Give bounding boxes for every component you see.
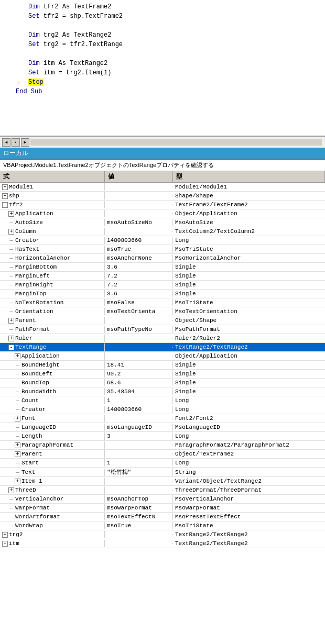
table-row[interactable]: +Item 1 Variant/Object/TextRange2 (0, 477, 325, 486)
table-row[interactable]: —MarginRight 7.2 Single (0, 281, 325, 290)
cell-name: —LanguageID (0, 424, 105, 431)
table-row[interactable]: —Creator 1480803660 Long (0, 236, 325, 245)
cell-name: +ThreeD (0, 486, 105, 494)
cell-value: 1480803660 (105, 237, 173, 244)
table-row[interactable]: +ThreeD ThreeDFormat/ThreeDFormat (0, 486, 325, 495)
expand-icon[interactable]: + (15, 353, 20, 359)
cell-name: +Ruler (0, 335, 105, 342)
cell-type: Long (173, 406, 325, 413)
table-row[interactable]: —WordArtformat msoTextEffectN MsoPresetT… (0, 513, 325, 521)
cell-value: 1 (105, 459, 173, 467)
cell-name: —Creator (0, 406, 105, 413)
table-row[interactable]: —Text "松竹梅" String (0, 468, 325, 477)
cell-name: —MarginTop (0, 290, 105, 297)
expand-icon[interactable]: + (8, 229, 14, 235)
cell-name: —MarginLeft (0, 272, 105, 280)
cell-value (105, 445, 173, 446)
scrollbar-area: ◀ ▪ ▶ (0, 136, 325, 148)
table-row[interactable]: +Parent Object/Shape (0, 316, 325, 325)
expand-icon[interactable]: + (8, 211, 14, 217)
table-row[interactable]: —MarginTop 3.6 Single (0, 290, 325, 298)
code-line: End Sub (0, 87, 325, 96)
table-row[interactable]: +shp Shape/Shape (0, 192, 325, 201)
leaf-icon: — (8, 273, 14, 279)
table-row[interactable]: —Orientation msoTextOrienta MsoTextOrien… (0, 307, 325, 316)
expand-icon[interactable]: + (2, 184, 8, 190)
expand-icon[interactable]: - (8, 345, 14, 350)
table-row[interactable]: —BoundLeft 90.2 Single (0, 370, 325, 379)
prop-name: Creator (21, 406, 46, 413)
table-row[interactable]: -TextRange TextRange2/TextRange2 (0, 343, 325, 352)
table-row[interactable]: —AutoSize msoAutoSizeNo MsoAutoSize (0, 218, 325, 227)
table-row[interactable]: —NoTextRotation msoFalse MsoTriState (0, 298, 325, 307)
cell-name: —AutoSize (0, 219, 105, 226)
expand-icon[interactable]: + (2, 193, 8, 199)
cell-name: +Application (0, 210, 105, 217)
prop-name: VerticalAnchor (15, 496, 63, 502)
local-panel-header: ローカル (0, 148, 325, 159)
collapse-icon[interactable]: - (2, 202, 8, 208)
cell-value (105, 453, 173, 454)
cell-type: Object/Application (173, 352, 325, 360)
table-row[interactable]: +ParagraphFormat ParagraphFormat2/Paragr… (0, 441, 325, 450)
table-row[interactable]: —Count 1 Long (0, 396, 325, 405)
cell-name: +trg2 (0, 531, 105, 538)
table-row[interactable]: —Length 3 Long (0, 432, 325, 441)
table-row[interactable]: —MarginBottom 3.6 Single (0, 263, 325, 272)
table-row[interactable]: +trg2 TextRange2/TextRange2 (0, 530, 325, 539)
code-line (0, 21, 325, 30)
table-row[interactable]: —Start 1 Long (0, 459, 325, 468)
table-row[interactable]: —HorizontalAnchor msoAnchorNone MsoHoriz… (0, 254, 325, 263)
table-row[interactable]: —WordWrap msoTrue MsoTriState (0, 521, 325, 530)
cell-name: +Parent (0, 317, 105, 324)
leaf-icon: — (8, 255, 14, 261)
table-row[interactable]: +Parent Object/TextFrame2 (0, 450, 325, 459)
expand-icon[interactable]: + (15, 451, 20, 457)
cell-name: —MarginBottom (0, 263, 105, 271)
scroll-left-button[interactable]: ◀ (2, 138, 10, 147)
table-row[interactable]: +Application Object/Application (0, 352, 325, 361)
table-row[interactable]: —Creator 1480803660 Long (0, 405, 325, 414)
code-line: Set itm = trg2.Item(1) (0, 68, 325, 77)
expand-icon[interactable]: + (8, 336, 14, 341)
prop-name: Start (21, 460, 39, 466)
table-row[interactable]: —BoundTop 68.6 Single (0, 379, 325, 387)
cell-name: -TextRange (0, 343, 105, 351)
table-row[interactable]: —LanguageID msoLanguageID MsoLanguageID (0, 423, 325, 432)
table-row[interactable]: +Ruler Ruler2/Ruler2 (0, 334, 325, 343)
expand-icon[interactable]: + (15, 416, 20, 421)
cell-value: 1 (105, 397, 173, 404)
table-row[interactable]: +Application Object/Application (0, 209, 325, 218)
scroll-center-button[interactable]: ▪ (12, 138, 20, 147)
table-row[interactable]: —BoundHeight 18.41 Single (0, 361, 325, 370)
table-row[interactable]: +itm TextRange2/TextRange2 (0, 539, 325, 548)
expand-icon[interactable]: + (2, 532, 8, 538)
scroll-track[interactable] (30, 139, 322, 146)
table-row[interactable]: —WarpFormat msoWarpFormat MsoWarpFormat (0, 504, 325, 513)
cell-value: msoPathTypeNo (105, 326, 173, 333)
leaf-icon: — (8, 523, 14, 529)
cell-name: +Parent (0, 450, 105, 458)
table-row[interactable]: —VerticalAnchor msoAnchorTop MsoVertical… (0, 495, 325, 504)
leaf-icon: — (8, 514, 14, 520)
cell-name: +Item 1 (0, 478, 105, 485)
table-row[interactable]: —HasText msoTrue MsoTriState (0, 245, 325, 254)
cell-value (105, 186, 173, 187)
table-row[interactable]: -tfr2 TextFrame2/TextFrame2 (0, 201, 325, 209)
table-row[interactable]: —MarginLeft 7.2 Single (0, 272, 325, 281)
table-row[interactable]: —PathFormat msoPathTypeNo MsoPathFormat (0, 325, 325, 334)
expand-icon[interactable]: + (15, 442, 20, 448)
expand-icon[interactable]: + (8, 487, 14, 493)
expand-icon[interactable]: + (8, 318, 14, 324)
scroll-right-button[interactable]: ▶ (21, 138, 29, 147)
cell-type: Single (173, 379, 325, 386)
code-line: Set trg2 = tfr2.TextRange (0, 40, 325, 49)
table-row[interactable]: +Column TextColumn2/TextColumn2 (0, 227, 325, 236)
header-expression: 式 (0, 171, 105, 182)
expand-icon[interactable]: + (2, 541, 8, 547)
code-line: Dim itm As TextRange2 (0, 59, 325, 68)
table-row[interactable]: +Font Font2/Font2 (0, 414, 325, 423)
table-row[interactable]: +Module1 Module1/Module1 (0, 183, 325, 192)
table-row[interactable]: —BoundWidth 35.48504 Single (0, 387, 325, 396)
expand-icon[interactable]: + (15, 479, 20, 484)
